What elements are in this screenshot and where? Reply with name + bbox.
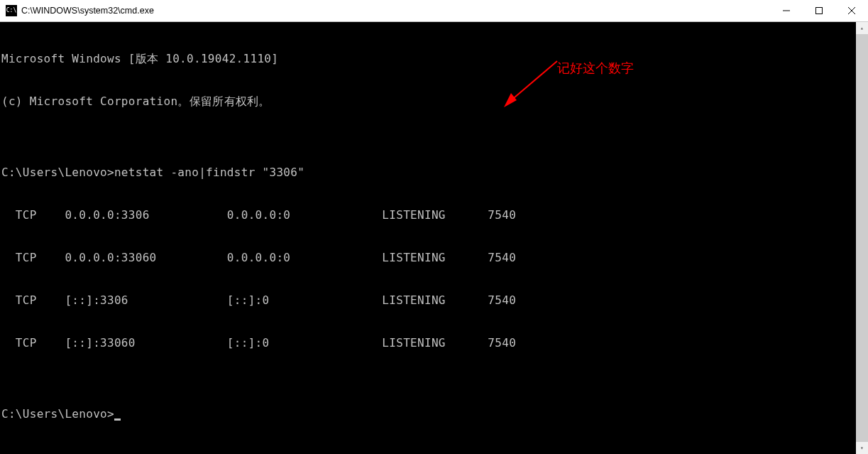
window-controls bbox=[770, 0, 868, 21]
window-titlebar: C:\ C:\WINDOWS\system32\cmd.exe bbox=[0, 0, 868, 22]
svg-line-4 bbox=[510, 61, 557, 102]
prompt-text: C:\Users\Lenovo> bbox=[1, 166, 114, 179]
terminal-line: (c) Microsoft Corporation。保留所有权利。 bbox=[1, 94, 868, 109]
terminal-line: C:\Users\Lenovo>netstat -ano|findstr "33… bbox=[1, 166, 868, 180]
netstat-row: TCP 0.0.0.0:33060 0.0.0.0:0 LISTENING 75… bbox=[1, 251, 868, 265]
terminal-line: Microsoft Windows [版本 10.0.19042.1110] bbox=[1, 52, 868, 66]
scrollbar-up-button[interactable]: ▴ bbox=[856, 22, 868, 34]
vertical-scrollbar[interactable]: ▴ ▾ bbox=[856, 22, 868, 454]
cmd-icon: C:\ bbox=[6, 5, 17, 16]
terminal-content: Microsoft Windows [版本 10.0.19042.1110] (… bbox=[0, 22, 868, 450]
prompt-text: C:\Users\Lenovo> bbox=[1, 407, 114, 421]
maximize-button[interactable] bbox=[803, 0, 835, 21]
svg-marker-5 bbox=[504, 93, 517, 107]
netstat-row: TCP [::]:33060 [::]:0 LISTENING 7540 bbox=[1, 336, 868, 350]
cursor bbox=[114, 418, 121, 421]
terminal-line: C:\Users\Lenovo> bbox=[1, 407, 868, 421]
command-text: netstat -ano|findstr "3306" bbox=[114, 166, 304, 179]
netstat-row: TCP 0.0.0.0:3306 0.0.0.0:0 LISTENING 754… bbox=[1, 208, 868, 222]
close-button[interactable] bbox=[835, 0, 868, 21]
scrollbar-down-button[interactable]: ▾ bbox=[856, 442, 868, 454]
annotation-arrow-icon bbox=[497, 58, 561, 111]
netstat-row: TCP [::]:3306 [::]:0 LISTENING 7540 bbox=[1, 293, 868, 308]
terminal-area[interactable]: Microsoft Windows [版本 10.0.19042.1110] (… bbox=[0, 22, 868, 454]
window-title: C:\WINDOWS\system32\cmd.exe bbox=[21, 6, 770, 16]
svg-rect-1 bbox=[816, 8, 823, 14]
scrollbar-thumb[interactable] bbox=[856, 34, 868, 442]
minimize-button[interactable] bbox=[770, 0, 803, 21]
